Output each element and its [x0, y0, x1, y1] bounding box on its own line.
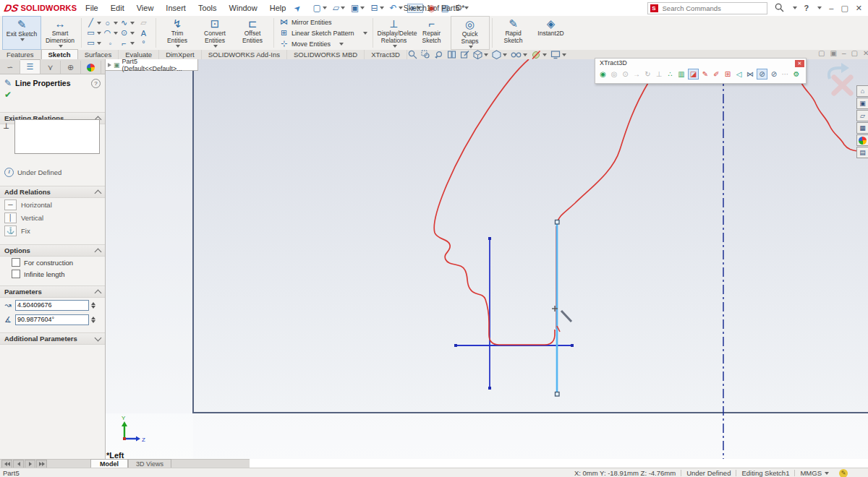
- endpoint[interactable]: [488, 237, 491, 240]
- pane-icon[interactable]: ▢: [818, 49, 825, 57]
- selected-endpoint-bottom[interactable]: [556, 392, 560, 397]
- xtract-measure-button[interactable]: ◁: [734, 69, 744, 79]
- display-delete-relations-button[interactable]: ⟂ Display/Delete Relations: [375, 16, 413, 50]
- propertymanager-tab[interactable]: ☰: [20, 59, 41, 74]
- xtract3d-close-button[interactable]: ✕: [795, 60, 804, 67]
- line-tool-button[interactable]: ╱: [85, 18, 102, 28]
- menu-insert[interactable]: Insert: [166, 4, 186, 12]
- maximize-button[interactable]: ▢: [841, 4, 848, 13]
- for-construction-checkbox[interactable]: For construction: [0, 257, 105, 268]
- existing-relations-listbox[interactable]: [14, 119, 100, 154]
- endpoint[interactable]: [454, 344, 457, 347]
- featuremanager-tab[interactable]: ∽: [0, 61, 20, 74]
- model-tab[interactable]: Model: [90, 459, 128, 468]
- red-profile-curve-right[interactable]: [558, 82, 649, 222]
- custom-properties-icon[interactable]: ▤: [856, 147, 868, 158]
- help-caret-icon[interactable]: [817, 7, 822, 9]
- parameters-header[interactable]: Parameters: [0, 285, 105, 298]
- tab-solidworks-addins[interactable]: SOLIDWORKS Add-Ins: [202, 50, 287, 59]
- endpoint[interactable]: [488, 387, 491, 390]
- menu-file[interactable]: File: [85, 4, 98, 12]
- circle-tool-button[interactable]: ○: [102, 18, 119, 28]
- checkbox-icon[interactable]: [12, 270, 20, 278]
- text-tool-button[interactable]: A: [135, 28, 152, 38]
- xtract-import-button[interactable]: ◉: [598, 69, 608, 79]
- relation-fix-button[interactable]: ⚓ Fix: [0, 224, 105, 237]
- rapid-sketch-button[interactable]: ✎ Rapid Sketch: [495, 16, 532, 50]
- hide-show-items-icon[interactable]: [511, 50, 527, 59]
- rectangle-tool-button[interactable]: ▭: [85, 28, 102, 38]
- design-library-icon[interactable]: ▣: [856, 98, 868, 109]
- checkbox-icon[interactable]: [12, 258, 20, 267]
- xtract3d-palette[interactable]: XTract3D ✕ ◉ ◎ ⊙ → ↻ ⊥ ∴ ▥ ◪ ✎ ✐ ⊞ ◁ ⋈ ⊘…: [595, 58, 807, 84]
- slot-tool-button[interactable]: ▭: [85, 38, 102, 48]
- sketch-pencil-icon[interactable]: ✎: [839, 469, 848, 477]
- ok-check-icon[interactable]: ✔: [0, 90, 105, 102]
- relation-horizontal-button[interactable]: ─ Horizontal: [0, 198, 105, 211]
- additional-parameters-header[interactable]: Additional Parameters: [0, 332, 105, 345]
- help-button[interactable]: ?: [804, 4, 809, 12]
- trim-entities-button[interactable]: ↯ Trim Entities: [158, 16, 196, 50]
- arc-tool-button[interactable]: ◠: [102, 28, 119, 38]
- home-tab-icon[interactable]: ⌂: [856, 85, 868, 97]
- xtract-mesh-display-button[interactable]: ▥: [677, 69, 686, 79]
- tab-sketch[interactable]: Sketch: [41, 49, 78, 59]
- print-button[interactable]: ⊟: [369, 3, 385, 13]
- file-explorer-icon[interactable]: ▱: [856, 110, 868, 121]
- edit-appearance-icon[interactable]: [531, 50, 547, 60]
- dimxpertmanager-tab[interactable]: ⊕: [61, 61, 81, 74]
- menu-view[interactable]: View: [137, 4, 154, 12]
- display-style-icon[interactable]: [492, 50, 507, 59]
- previous-view-icon[interactable]: [434, 50, 443, 59]
- selection-filter-button[interactable]: ◉: [426, 3, 436, 13]
- menu-edit[interactable]: Edit: [111, 4, 124, 12]
- section-view-icon[interactable]: [447, 50, 456, 59]
- displaymanager-tab[interactable]: [81, 61, 101, 74]
- fillet-tool-button[interactable]: ⌐: [119, 38, 135, 48]
- xtract-hide-mesh-button[interactable]: ⊘: [757, 69, 767, 80]
- graphics-area[interactable]: Y Z ▣ Part5 (Default<<Default>...: [105, 59, 868, 459]
- minimize-button[interactable]: –: [829, 4, 833, 12]
- search-input[interactable]: [661, 4, 765, 13]
- doc-close-icon[interactable]: ✕: [863, 49, 868, 57]
- linear-pattern-button[interactable]: ⊞Linear Sketch Pattern: [279, 28, 367, 38]
- appearances-icon[interactable]: [856, 134, 868, 146]
- tab-surfaces[interactable]: Surfaces: [78, 50, 119, 59]
- units-caret-icon[interactable]: [825, 472, 829, 475]
- search-caret-icon[interactable]: [793, 7, 797, 9]
- status-units[interactable]: MMGS: [800, 469, 822, 477]
- mini-tool-button[interactable]: °: [135, 38, 152, 48]
- save-button[interactable]: ▣: [349, 3, 366, 13]
- doc-restore-icon[interactable]: ▢: [851, 49, 857, 57]
- instant2d-button[interactable]: ◈ Instant2D: [532, 16, 570, 50]
- xtract-dimension-button[interactable]: ⋈: [746, 69, 755, 79]
- options-list-button[interactable]: ▤: [439, 3, 450, 13]
- zoom-to-fit-icon[interactable]: [408, 50, 417, 59]
- point-tool-button[interactable]: ◦: [102, 38, 119, 48]
- exit-sketch-button[interactable]: ✎ Exit Sketch: [2, 16, 41, 50]
- xtract-trace-pen-button[interactable]: ✎: [701, 69, 710, 79]
- tree-expand-icon[interactable]: [108, 63, 111, 67]
- select-tool-button[interactable]: ➤: [407, 4, 423, 13]
- pin-menu-icon[interactable]: ➤: [292, 2, 304, 14]
- selected-endpoint-top[interactable]: [556, 220, 560, 225]
- undo-button[interactable]: ↶: [388, 3, 404, 13]
- search-commands-box[interactable]: S: [647, 2, 767, 14]
- endpoint[interactable]: [571, 344, 574, 347]
- configurationmanager-tab[interactable]: ⋎: [41, 61, 61, 74]
- angle-input[interactable]: [15, 314, 89, 325]
- dynamic-annotation-icon[interactable]: [460, 50, 469, 59]
- offset-entities-button[interactable]: ⊏ Offset Entities: [234, 16, 271, 50]
- tab-features[interactable]: Features: [0, 50, 41, 59]
- move-entities-button[interactable]: ⊹Move Entities: [279, 39, 367, 48]
- view-orientation-icon[interactable]: [473, 50, 488, 59]
- open-document-button[interactable]: ▱: [331, 3, 346, 13]
- tab-xtract3d[interactable]: XTract3D: [365, 50, 407, 59]
- quick-snaps-button[interactable]: ◎ Quick Snaps: [451, 16, 490, 50]
- length-input[interactable]: [15, 300, 89, 311]
- smart-dimension-button[interactable]: ↔ Smart Dimension: [41, 16, 79, 50]
- mirror-entities-button[interactable]: ⋈Mirror Entities: [279, 17, 367, 27]
- view-palette-icon[interactable]: ▦: [856, 122, 868, 134]
- doc-minimize-icon[interactable]: –: [842, 49, 846, 57]
- length-spinner[interactable]: [91, 302, 95, 309]
